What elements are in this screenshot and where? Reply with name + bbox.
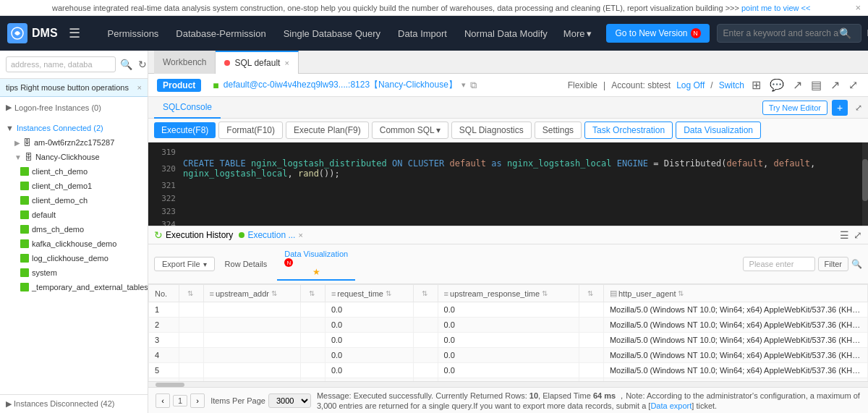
filter-search-icon[interactable]: 🔍 — [851, 259, 862, 269]
next-page-button[interactable]: › — [190, 393, 205, 408]
col-no: No. — [149, 285, 179, 302]
db-icon — [20, 182, 29, 190]
filter-button[interactable]: Filter — [818, 257, 848, 271]
chevron-down-icon[interactable]: ▾ — [461, 80, 466, 90]
sql-console-tab[interactable]: SQLConsole — [154, 97, 221, 119]
sidebar-item-log[interactable]: log_clickhouse_demo — [0, 251, 148, 265]
nav-single-query[interactable]: Single Database Query — [275, 28, 389, 39]
tab-sql-default[interactable]: SQL default × — [216, 51, 298, 74]
settings-button[interactable]: Settings — [535, 122, 582, 139]
nav-permissions[interactable]: Permissions — [99, 28, 168, 39]
code-scrollbar[interactable] — [862, 142, 868, 226]
tips-close-button[interactable]: × — [137, 83, 142, 92]
log-off-button[interactable]: Log Off — [676, 80, 705, 90]
export-file-button[interactable]: Export File ▾ — [154, 257, 215, 271]
expand-icon-button[interactable]: ⤢ — [847, 77, 859, 93]
task-orchestration-button[interactable]: Task Orchestration — [584, 122, 673, 139]
search-icon[interactable]: 🔍 — [839, 27, 851, 39]
col-sort4[interactable]: ⇅ — [579, 285, 603, 302]
exec-history-label[interactable]: Execution History — [166, 230, 233, 240]
items-per-page-select[interactable]: 3000 1000 500 — [268, 393, 311, 408]
sidebar-search-input[interactable] — [6, 56, 116, 72]
switch-button[interactable]: Switch — [719, 80, 744, 90]
common-sql-button[interactable]: Common SQL ▾ — [372, 122, 448, 139]
nav-normal-data[interactable]: Normal Data Modify — [456, 28, 556, 39]
menu-icon[interactable]: ☰ — [840, 229, 849, 241]
format-button[interactable]: Format(F10) — [218, 122, 283, 139]
fullscreen-icon[interactable]: ⤢ — [855, 103, 862, 113]
hamburger-button[interactable]: ☰ — [69, 25, 80, 41]
comment-icon-button[interactable]: 💬 — [768, 77, 786, 93]
col-sort2[interactable]: ⇅ — [300, 285, 325, 302]
col-sort3[interactable]: ⇅ — [413, 285, 438, 302]
col-sort[interactable]: ⇅ — [179, 285, 203, 302]
expand-results-icon[interactable]: ⤢ — [854, 229, 862, 241]
navbar-search-input[interactable] — [723, 28, 839, 38]
horizontal-scrollbar[interactable] — [148, 381, 868, 387]
results-search-input[interactable] — [743, 257, 815, 271]
flexible-label: Flexible — [568, 80, 597, 90]
code-line-322: 322 — [148, 192, 868, 205]
code-scrollbar-thumb[interactable] — [862, 159, 868, 201]
exec-status: ↻ Execution History — [154, 229, 233, 241]
tips-bar: tips Right mouse button operations × — [0, 79, 148, 97]
add-sql-button[interactable]: + — [832, 100, 848, 116]
database-icon: 🗄 — [23, 138, 31, 147]
nav-data-import[interactable]: Data Import — [389, 28, 456, 39]
sidebar-refresh-button[interactable]: ↻ — [137, 57, 148, 72]
sidebar-item-dms-ch-demo[interactable]: dms_ch_demo — [0, 222, 148, 237]
execute-plan-button[interactable]: Execute Plan(F9) — [286, 122, 369, 139]
sql-diagnostics-button[interactable]: SQL Diagnostics — [451, 122, 532, 139]
tab-workbench[interactable]: Workbench — [154, 51, 216, 74]
conn-status-icon: ■ — [213, 80, 218, 91]
banner-close-button[interactable]: × — [855, 2, 861, 13]
sidebar-item-kafka[interactable]: kafka_clickhouse_demo — [0, 237, 148, 251]
go-new-version-button[interactable]: Go to New Version N — [606, 24, 709, 43]
code-line-320: 320 CREATE TABLE nginx_logstash_distribu… — [148, 158, 868, 179]
prev-page-button[interactable]: ‹ — [156, 393, 170, 408]
sidebar-item-instance1[interactable]: ▶ 🗄 am-0wt6rzn2zc175287 — [0, 135, 148, 150]
arrow-icon-button[interactable]: ↗ — [829, 77, 841, 93]
status-message: Message: Executed successfully. Currentl… — [317, 391, 861, 410]
sidebar-scroll[interactable]: ▶ Logon-free Instances (0) ▼ Instances C… — [0, 97, 148, 394]
execute-button[interactable]: Execute(F8) — [154, 122, 216, 138]
col-upstream-addr[interactable]: ≡upstream_addr⇅ — [203, 285, 300, 302]
table-row: 2 0.0 0.0 Mozilla/5.0 (Windows NT 10.0; … — [149, 318, 868, 333]
col-upstream-response-time[interactable]: ≡upstream_response_time⇅ — [438, 285, 579, 302]
data-export-link[interactable]: Data export — [650, 401, 692, 410]
sidebar-item-instance2[interactable]: ▼ 🗄 Nancy-Clickhouse — [0, 150, 148, 164]
col-request-time[interactable]: ≡request_time⇅ — [325, 285, 413, 302]
copy-icon[interactable]: ⧉ — [470, 80, 477, 91]
sidebar-disconnected-section[interactable]: ▶ Instances Disconnected (42) — [0, 394, 148, 413]
sidebar-item-system[interactable]: system — [0, 265, 148, 280]
row-details-button[interactable]: Row Details — [218, 257, 275, 271]
tab-close-button[interactable]: × — [284, 59, 289, 67]
data-visualization-button[interactable]: Data Visualization — [676, 122, 761, 139]
col-http-user-agent[interactable]: ▤http_user_agent⇅ — [603, 285, 867, 302]
sidebar-item-client-ch-demo1[interactable]: client_ch_demo1 — [0, 179, 148, 193]
sidebar-logon-free-header[interactable]: ▶ Logon-free Instances (0) — [0, 100, 148, 115]
page-number: 1 — [173, 395, 187, 406]
sidebar-search-button[interactable]: 🔍 — [119, 57, 134, 72]
horizontal-scrollbar-thumb[interactable] — [156, 383, 184, 387]
sidebar-item-default[interactable]: default — [0, 208, 148, 222]
code-line-321: 321 — [148, 179, 868, 192]
data-viz-button[interactable]: Data Visualization N ★ — [277, 247, 355, 281]
nav-db-permission[interactable]: Database-Permission — [167, 28, 274, 39]
execution-close-button[interactable]: × — [298, 231, 302, 239]
try-new-editor-button[interactable]: Try New Editor — [762, 101, 827, 115]
results-table-scroll[interactable]: No. ⇅ ≡upstream_addr⇅ ⇅ ≡request_time⇅ ⇅… — [148, 284, 868, 381]
nav-more[interactable]: More ▾ — [556, 28, 600, 39]
execution-label[interactable]: Execution ... — [247, 230, 295, 240]
code-editor[interactable]: 319 320 CREATE TABLE nginx_logstash_dist… — [148, 142, 868, 226]
conn-name[interactable]: default@cc-0iw4v4hezq9lw93....:8123【Nanc… — [224, 79, 457, 91]
sidebar-item-client-ch-demo[interactable]: client_ch_demo — [0, 164, 148, 179]
sidebar-connected-header[interactable]: ▼ Instances Connected (2) — [0, 121, 148, 135]
sidebar-icon-group: 🔍 ↻ ⚡ — [119, 57, 148, 72]
banner-link[interactable]: point me to view << — [741, 4, 810, 12]
table-icon-button[interactable]: ▤ — [809, 77, 823, 93]
sidebar-item-temporary[interactable]: _temporary_and_external_tables — [0, 280, 148, 294]
grid-icon-button[interactable]: ⊞ — [750, 77, 762, 93]
share-icon-button[interactable]: ↗ — [791, 77, 804, 93]
sidebar-item-client-demo-ch[interactable]: client_demo_ch — [0, 193, 148, 208]
